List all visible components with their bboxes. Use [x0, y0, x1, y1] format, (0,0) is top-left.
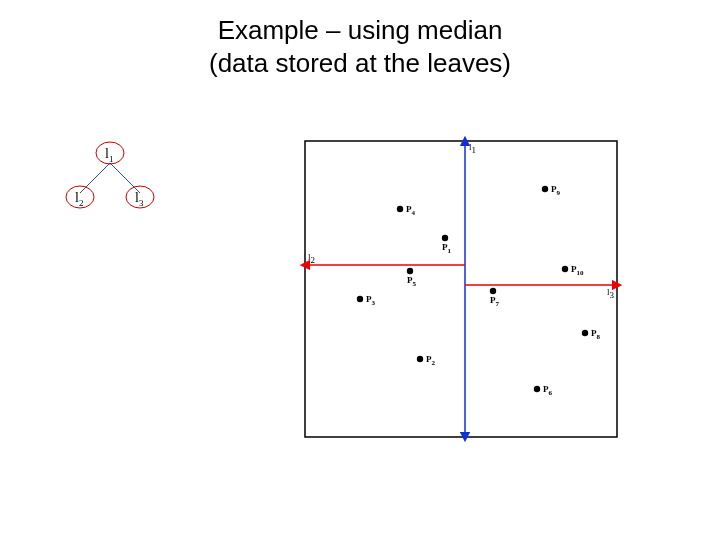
point-P2: [417, 356, 423, 362]
point-label-P6: P6: [543, 384, 553, 397]
point-label-P9: P9: [551, 184, 561, 197]
tree-node-left-label: l2: [75, 190, 83, 208]
diagram-stage: l1 l2 l3 l1 l2: [0, 0, 720, 540]
point-label-P7: P7: [490, 295, 500, 308]
point-label-P1: P1: [442, 242, 452, 255]
partition-l3-label: l3: [607, 287, 615, 300]
point-label-P2: P2: [426, 354, 436, 367]
point-P8: [582, 330, 588, 336]
point-P7: [490, 288, 496, 294]
point-label-P4: P4: [406, 204, 416, 217]
point-label-P8: P8: [591, 328, 601, 341]
point-P9: [542, 186, 548, 192]
point-label-P10: P10: [571, 264, 584, 277]
point-label-P5: P5: [407, 275, 417, 288]
tree-edge-right: [110, 163, 140, 193]
partition-l2-label: l2: [308, 252, 315, 265]
point-label-P3: P3: [366, 294, 376, 307]
point-P4: [397, 206, 403, 212]
tree-edge-left: [80, 163, 110, 193]
partition-l1-label: l1: [469, 142, 476, 155]
point-P10: [562, 266, 568, 272]
plane-border: [305, 141, 617, 437]
point-P6: [534, 386, 540, 392]
tree-node-root-label: l1: [105, 146, 113, 164]
point-P5: [407, 268, 413, 274]
points-group: P4P9P1P5P10P3P7P2P8P6: [357, 184, 601, 397]
point-P3: [357, 296, 363, 302]
point-P1: [442, 235, 448, 241]
